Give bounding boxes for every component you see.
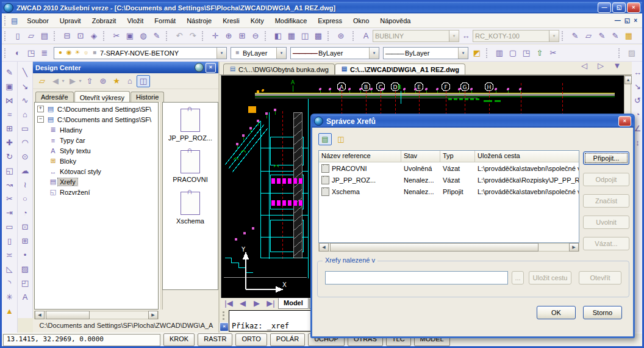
ok-button[interactable]: OK — [537, 306, 576, 319]
layer-lock-icon[interactable]: ◉ — [65, 47, 73, 59]
paint-style-icon[interactable]: ✎ — [595, 30, 609, 42]
ellipse-arc-icon[interactable]: ◔ — [18, 206, 32, 220]
zoom-window-icon[interactable]: ⊞ — [235, 30, 249, 42]
rotate-icon[interactable]: ↻ — [3, 150, 16, 164]
tab-model[interactable]: Model — [278, 298, 309, 309]
pan-icon[interactable]: ✛ — [209, 30, 222, 42]
find-icon[interactable]: ⊚ — [334, 30, 348, 42]
command-window-close-button[interactable]: × — [220, 322, 229, 332]
render-disabled-icon[interactable]: ▨ — [625, 47, 639, 59]
circle-icon[interactable]: ⊙ — [18, 150, 32, 164]
array-icon[interactable]: ⊞ — [3, 121, 16, 136]
ray-icon[interactable]: ↘ — [18, 79, 32, 93]
polyline-icon[interactable]: ∿ — [18, 93, 32, 107]
hatch-icon[interactable]: ▨ — [18, 262, 32, 276]
undo-icon[interactable]: ↶ — [173, 30, 186, 42]
print-preview-icon[interactable]: ⊡ — [74, 30, 87, 42]
chevron-down-icon[interactable]: ▾ — [276, 48, 286, 59]
color-combo[interactable]: ■ ByLayer ▾ — [231, 47, 287, 59]
tree-horizontal-scrollbar[interactable]: ◀ ▶ — [34, 311, 159, 319]
tab-scroll-left-icon[interactable]: ◁ — [578, 60, 591, 72]
revcloud-icon[interactable]: ☁ — [18, 164, 32, 178]
xref-list-scrollbar[interactable]: ◀ ▶ — [318, 243, 579, 252]
scroll-left-icon[interactable]: ◀ — [319, 243, 329, 252]
forward-dropdown-icon[interactable]: ▾ — [77, 75, 83, 87]
dim-aligned-icon[interactable]: ↘ — [631, 79, 644, 93]
region-icon[interactable]: ◰ — [18, 276, 32, 290]
menu-okno[interactable]: Okno — [348, 15, 374, 26]
layer-previous-icon[interactable]: ◐ — [11, 47, 24, 59]
match-layer-brush-icon[interactable]: ✎ — [568, 30, 582, 42]
table-icon[interactable]: ▦ — [285, 30, 298, 42]
found-in-input[interactable] — [325, 271, 508, 285]
chevron-down-icon[interactable]: ▾ — [458, 48, 468, 59]
scrollbar-thumb[interactable] — [330, 243, 538, 252]
menu-soubor[interactable]: Soubor — [21, 15, 54, 26]
layer-vpfreeze-icon[interactable]: ☼ — [82, 47, 90, 59]
lineweight-combo[interactable]: ——— ByLayer ▾ — [383, 47, 468, 59]
column-stav[interactable]: Stav — [401, 151, 440, 162]
column-typ[interactable]: Typ — [440, 151, 475, 162]
tab-historie[interactable]: Historie — [131, 92, 164, 103]
publish-icon[interactable]: ◈ — [87, 30, 101, 42]
tab-adresare[interactable]: Adresáře — [35, 92, 74, 103]
linetype-combo[interactable]: ———— ByLayer ▾ — [290, 47, 379, 59]
browse-button[interactable]: ... — [512, 271, 524, 285]
insert-block-icon[interactable]: ⊡ — [18, 220, 32, 234]
make-block-icon[interactable]: ⊞ — [18, 234, 32, 248]
menu-zobrazit[interactable]: Zobrazit — [87, 15, 122, 26]
up-icon[interactable]: ⇧ — [83, 75, 96, 87]
menu-vlozit[interactable]: Vložit — [121, 15, 149, 26]
xref-list[interactable]: Název reference Stav Typ Uložená cesta P… — [318, 150, 579, 243]
palette-grid-icon[interactable]: ▦ — [622, 30, 635, 42]
xref-tree-view-icon[interactable]: ◫ — [334, 133, 348, 145]
xref-row-jp-pp-roz[interactable]: JP_PP_ROZ... Nenalez... Vázat L:\provádě… — [319, 174, 579, 186]
menubar-grip[interactable] — [4, 16, 9, 26]
home-icon[interactable]: ⌂ — [123, 75, 137, 87]
toggle-rastr[interactable]: RASTR — [198, 333, 232, 346]
chevron-down-icon[interactable]: ▾ — [549, 31, 559, 42]
cut-icon[interactable]: ✂ — [110, 30, 123, 42]
zoom-previous-icon[interactable]: ⊖ — [249, 30, 262, 42]
next-layout-icon[interactable]: ▶ — [250, 297, 263, 310]
last-layout-icon[interactable]: ▶| — [264, 297, 277, 310]
xref-item-jp-pp-roz[interactable]: ∩ JP_PP_ROZ... — [163, 109, 217, 142]
viewport-icon[interactable]: ▢ — [506, 47, 520, 59]
toggle-krok[interactable]: KROK — [163, 333, 195, 346]
break-at-point-icon[interactable]: ▯ — [3, 234, 16, 248]
dim-linear-icon[interactable]: ↔ — [631, 65, 644, 79]
chevron-down-icon[interactable]: ▾ — [449, 31, 459, 42]
tab-scroll-right-icon[interactable]: ▷ — [594, 60, 607, 72]
menu-format[interactable]: Formát — [149, 15, 181, 26]
menu-kresli[interactable]: Kresli — [217, 15, 245, 26]
detach-button[interactable]: Odpojit — [583, 173, 629, 186]
scroll-right-icon[interactable]: ▶ — [148, 311, 158, 319]
properties-palette-icon[interactable]: ◧ — [271, 30, 285, 42]
search-icon[interactable]: ⊚ — [96, 75, 110, 87]
tab-list-icon[interactable]: ▼ — [610, 60, 624, 72]
trim-icon[interactable]: ✂ — [3, 192, 16, 206]
tree-item-bloky[interactable]: ⊞ Bloky — [35, 156, 158, 166]
point-icon[interactable]: • — [18, 248, 32, 262]
match-properties-icon[interactable]: ✎ — [150, 30, 163, 42]
explode-attributes-icon[interactable]: ▲ — [3, 304, 16, 318]
extend-icon[interactable]: ⇥ — [3, 206, 16, 220]
tree-root-item[interactable]: + ▤ C:\Documents and Settings\SF\ — [35, 104, 158, 114]
new-file-icon[interactable]: ▯ — [11, 30, 24, 42]
dim-style-combo[interactable]: RC_KOTY-100 ▾ — [473, 30, 559, 42]
tree-toggle-icon[interactable]: ◫ — [137, 75, 150, 87]
mdi-restore-button[interactable]: ◱ — [624, 17, 630, 24]
column-ulozena-cesta[interactable]: Uložená cesta — [475, 151, 579, 162]
mdi-minimize-button[interactable]: — — [615, 17, 621, 24]
menu-napoveda[interactable]: Nápověda — [374, 15, 416, 26]
scroll-left-icon[interactable]: ◀ — [35, 311, 45, 319]
expand-icon[interactable]: + — [37, 106, 44, 112]
layer-states-icon[interactable]: ◳ — [24, 47, 38, 59]
menu-upravit[interactable]: Upravit — [54, 15, 87, 26]
copy-nested-icon[interactable]: ▱ — [582, 30, 595, 42]
close-button[interactable]: × — [627, 2, 640, 13]
options-icon[interactable]: ◫ — [298, 30, 312, 42]
offset-icon[interactable]: ≈ — [3, 107, 16, 121]
command-window-grip[interactable]: × — [220, 310, 229, 333]
xref-item-xschema[interactable]: ∩ Xschema — [163, 192, 217, 225]
